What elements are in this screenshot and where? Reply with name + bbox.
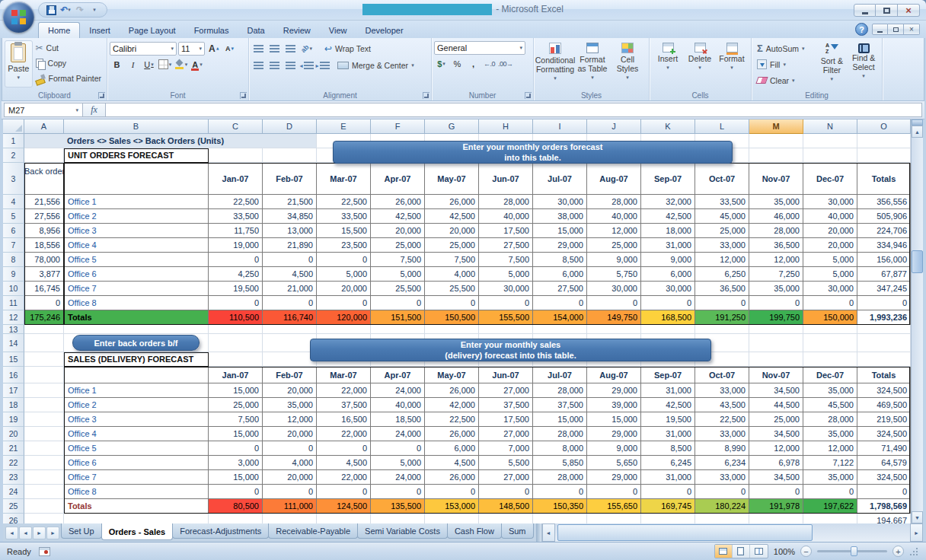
cell-D11[interactable]: 0 (263, 296, 317, 310)
cell-C22[interactable]: 3,000 (209, 456, 263, 470)
sheet-tab-semi-variable-costs[interactable]: Semi Variable Costs (357, 523, 448, 539)
cell-H5[interactable]: 40,000 (479, 209, 533, 224)
scroll-left-button[interactable]: ◄ (542, 523, 555, 542)
cell-K24[interactable]: 0 (641, 485, 695, 499)
cell-H10[interactable]: 30,000 (479, 282, 533, 296)
column-header-F[interactable]: F (371, 119, 425, 134)
cell-D8[interactable]: 0 (263, 253, 317, 267)
cell-G5[interactable]: 42,500 (425, 209, 479, 224)
row-header-15[interactable]: 15 (3, 352, 24, 367)
cell-H15[interactable] (479, 352, 533, 367)
vertical-scroll-thumb[interactable] (912, 250, 923, 273)
cell-C3[interactable]: Jan-07 (209, 163, 263, 195)
row-header-10[interactable]: 10 (3, 282, 24, 296)
font-dialog-launcher[interactable] (240, 92, 247, 99)
cell-H13[interactable] (479, 325, 533, 334)
cell-O13[interactable] (857, 325, 911, 334)
cell-F6[interactable]: 20,000 (371, 224, 425, 238)
decrease-indent-button[interactable]: ◂ (299, 59, 314, 73)
cell-C13[interactable] (209, 325, 263, 334)
cell-L10[interactable]: 36,500 (695, 282, 749, 296)
column-header-K[interactable]: K (641, 119, 695, 134)
cell-N12[interactable]: 150,000 (803, 310, 857, 325)
zoom-in-button[interactable]: + (892, 546, 904, 557)
cell-A5[interactable]: 27,556 (24, 209, 64, 224)
cell-C4[interactable]: 22,500 (209, 195, 263, 209)
cell-N22[interactable]: 7,122 (803, 456, 857, 470)
cell-L22[interactable]: 6,234 (695, 456, 749, 470)
cell-B7[interactable]: Office 4 (64, 238, 209, 253)
vertical-scrollbar[interactable]: ▲ ▼ (911, 119, 923, 523)
cell-J9[interactable]: 5,750 (587, 267, 641, 282)
cell-M2[interactable] (749, 148, 803, 163)
cell-M8[interactable]: 12,000 (749, 253, 803, 267)
cell-C8[interactable]: 0 (209, 253, 263, 267)
cell-J4[interactable]: 28,000 (587, 195, 641, 209)
cell-K9[interactable]: 6,000 (641, 267, 695, 282)
cell-N15[interactable] (803, 352, 857, 367)
cell-F20[interactable]: 24,000 (371, 427, 425, 441)
cell-M22[interactable]: 6,978 (749, 456, 803, 470)
cell-J13[interactable] (587, 325, 641, 334)
cell-G16[interactable]: May-07 (425, 367, 479, 383)
cell-D9[interactable]: 4,500 (263, 267, 317, 282)
cell-E24[interactable]: 0 (317, 485, 371, 499)
column-header-H[interactable]: H (479, 119, 533, 134)
cell-M12[interactable]: 199,750 (749, 310, 803, 325)
cell-J17[interactable]: 29,000 (587, 383, 641, 398)
cell-I12[interactable]: 154,000 (533, 310, 587, 325)
cell-N1[interactable] (803, 134, 857, 148)
cell-L23[interactable]: 33,000 (695, 470, 749, 485)
cell-A25[interactable] (24, 499, 64, 514)
row-header-20[interactable]: 20 (3, 427, 24, 441)
align-left-button[interactable] (251, 59, 266, 73)
cell-K4[interactable]: 32,000 (641, 195, 695, 209)
cell-B6[interactable]: Office 3 (64, 224, 209, 238)
cell-N18[interactable]: 45,500 (803, 398, 857, 412)
cell-D15[interactable] (263, 352, 317, 367)
cell-I10[interactable]: 27,500 (533, 282, 587, 296)
fill-button[interactable]: Fill▾ (754, 56, 816, 72)
cell-B5[interactable]: Office 2 (64, 209, 209, 224)
cell-G15[interactable] (425, 352, 479, 367)
cell-K10[interactable]: 30,000 (641, 282, 695, 296)
cell-G19[interactable]: 22,500 (425, 412, 479, 427)
cell-F21[interactable]: 0 (371, 441, 425, 456)
office-button[interactable] (3, 2, 34, 33)
cell-J8[interactable]: 9,000 (587, 253, 641, 267)
cell-B26[interactable] (64, 514, 209, 523)
cell-O26[interactable]: 194,667 (857, 514, 911, 523)
conditional-formatting-button[interactable]: Conditional Formatting▾ (536, 40, 574, 82)
cell-I9[interactable]: 6,000 (533, 267, 587, 282)
cell-B17[interactable]: Office 1 (64, 383, 209, 398)
cell-K26[interactable] (641, 514, 695, 523)
cell-G20[interactable]: 26,000 (425, 427, 479, 441)
cell-E4[interactable]: 22,500 (317, 195, 371, 209)
cell-I13[interactable] (533, 325, 587, 334)
cell-O9[interactable]: 67,877 (857, 267, 911, 282)
row-header-26[interactable]: 26 (3, 514, 24, 523)
cell-J22[interactable]: 5,650 (587, 456, 641, 470)
ribbon-tab-data[interactable]: Data (238, 23, 273, 38)
cell-B21[interactable]: Office 5 (64, 441, 209, 456)
cell-E8[interactable]: 0 (317, 253, 371, 267)
cell-B10[interactable]: Office 7 (64, 282, 209, 296)
column-header-A[interactable]: A (24, 119, 64, 134)
cell-N17[interactable]: 35,000 (803, 383, 857, 398)
cell-D13[interactable] (263, 325, 317, 334)
cell-O14[interactable] (857, 334, 911, 352)
cell-A13[interactable] (24, 325, 64, 334)
cell-M4[interactable]: 35,000 (749, 195, 803, 209)
zoom-slider-thumb[interactable] (851, 546, 857, 556)
cell-B13[interactable] (64, 325, 209, 334)
cell-B11[interactable]: Office 8 (64, 296, 209, 310)
cell-G11[interactable]: 0 (425, 296, 479, 310)
cell-D24[interactable]: 0 (263, 485, 317, 499)
workbook-minimize-button[interactable] (872, 24, 888, 35)
cell-G24[interactable]: 0 (425, 485, 479, 499)
cell-H12[interactable]: 155,500 (479, 310, 533, 325)
align-top-button[interactable] (251, 42, 266, 56)
scroll-up-button[interactable]: ▲ (912, 126, 923, 138)
cell-I19[interactable]: 15,000 (533, 412, 587, 427)
row-header-18[interactable]: 18 (3, 398, 24, 412)
